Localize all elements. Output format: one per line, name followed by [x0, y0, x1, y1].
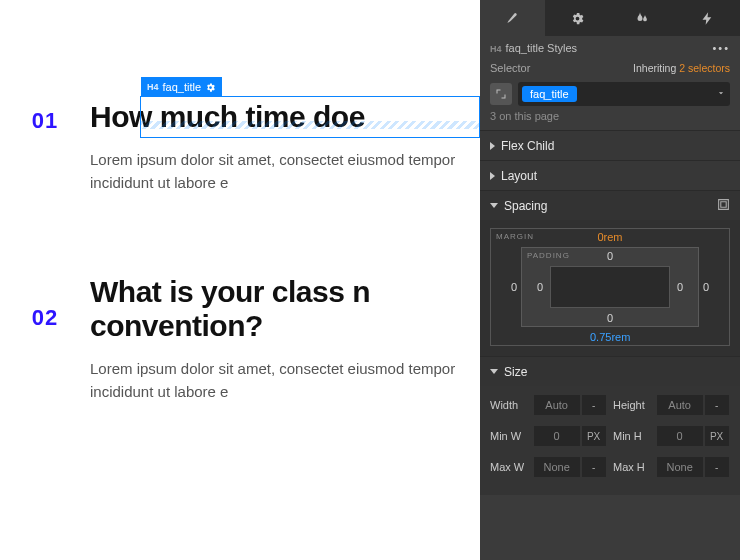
- content-box: [550, 266, 670, 308]
- minw-label: Min W: [490, 430, 534, 442]
- section-size[interactable]: Size: [480, 356, 740, 386]
- height-label: Height: [613, 399, 657, 411]
- spacing-editor: MARGIN 0rem 0 0.75rem 0 PADDING 0 0 0 0: [480, 220, 740, 356]
- margin-top-input[interactable]: 0rem: [590, 231, 630, 243]
- maxh-input[interactable]: [657, 457, 703, 477]
- class-chip[interactable]: faq_title: [522, 86, 577, 102]
- faq-title[interactable]: How much time doe: [90, 100, 480, 134]
- inheriting-info[interactable]: Inheriting 2 selectors: [633, 62, 730, 74]
- maxw-unit[interactable]: -: [582, 457, 606, 477]
- minh-input[interactable]: [657, 426, 703, 446]
- more-menu-icon[interactable]: •••: [712, 42, 730, 54]
- caret-right-icon: [490, 142, 495, 150]
- spacing-more-icon[interactable]: [717, 198, 730, 213]
- padding-bottom-input[interactable]: 0: [595, 312, 625, 324]
- height-input[interactable]: [657, 395, 703, 415]
- minh-label: Min H: [613, 430, 657, 442]
- minw-unit[interactable]: PX: [582, 426, 606, 446]
- caret-down-icon: [490, 369, 498, 374]
- style-panel: H4faq_title Styles ••• Selector Inheriti…: [480, 0, 740, 560]
- minw-input[interactable]: [534, 426, 580, 446]
- maxh-label: Max H: [613, 461, 657, 473]
- faq-number: 02: [0, 275, 90, 404]
- faq-item: 02 What is your class n convention? Lore…: [0, 275, 480, 404]
- selector-label: Selector: [490, 62, 530, 74]
- margin-label: MARGIN: [496, 232, 534, 241]
- maxw-label: Max W: [490, 461, 534, 473]
- minh-unit[interactable]: PX: [705, 426, 729, 446]
- padding-top-input[interactable]: 0: [595, 250, 625, 262]
- section-layout[interactable]: Layout: [480, 160, 740, 190]
- width-label: Width: [490, 399, 534, 411]
- maxw-input[interactable]: [534, 457, 580, 477]
- size-editor: Width - Height - Min W PX Min H PX Max W…: [480, 386, 740, 495]
- faq-body: Lorem ipsum dolor sit amet, consectet ei…: [90, 357, 480, 404]
- tab-style[interactable]: [480, 0, 545, 36]
- class-chip-input[interactable]: faq_title: [518, 82, 730, 106]
- tab-interactions[interactable]: [675, 0, 740, 36]
- selected-element-tag[interactable]: H4 faq_title: [141, 77, 222, 97]
- section-flex-child[interactable]: Flex Child: [480, 130, 740, 160]
- faq-number: 01: [0, 100, 90, 195]
- width-unit[interactable]: -: [582, 395, 606, 415]
- tab-effects[interactable]: [610, 0, 675, 36]
- selector-count[interactable]: 3 on this page: [480, 110, 740, 130]
- section-spacing[interactable]: Spacing: [480, 190, 740, 220]
- faq-body: Lorem ipsum dolor sit amet, consectet​ e…: [90, 148, 480, 195]
- h4-icon: H4: [147, 82, 159, 92]
- maxh-unit[interactable]: -: [705, 457, 729, 477]
- element-settings-icon[interactable]: [205, 82, 216, 93]
- state-selector-button[interactable]: [490, 83, 512, 105]
- tab-settings[interactable]: [545, 0, 610, 36]
- margin-bottom-input[interactable]: 0.75rem: [590, 331, 630, 343]
- width-input[interactable]: [534, 395, 580, 415]
- padding-label: PADDING: [527, 251, 570, 260]
- chevron-down-icon[interactable]: [716, 88, 726, 100]
- caret-right-icon: [490, 172, 495, 180]
- element-breadcrumb: H4faq_title Styles: [490, 42, 577, 54]
- height-unit[interactable]: -: [705, 395, 729, 415]
- design-canvas[interactable]: H4 faq_title 01 How much time doe Lorem …: [0, 0, 480, 560]
- caret-down-icon: [490, 203, 498, 208]
- faq-title[interactable]: What is your class n convention?: [90, 275, 480, 343]
- selected-element-name: faq_title: [163, 81, 202, 93]
- faq-item: 01 How much time doe Lorem ipsum dolor s…: [0, 100, 480, 195]
- panel-tabs: [480, 0, 740, 36]
